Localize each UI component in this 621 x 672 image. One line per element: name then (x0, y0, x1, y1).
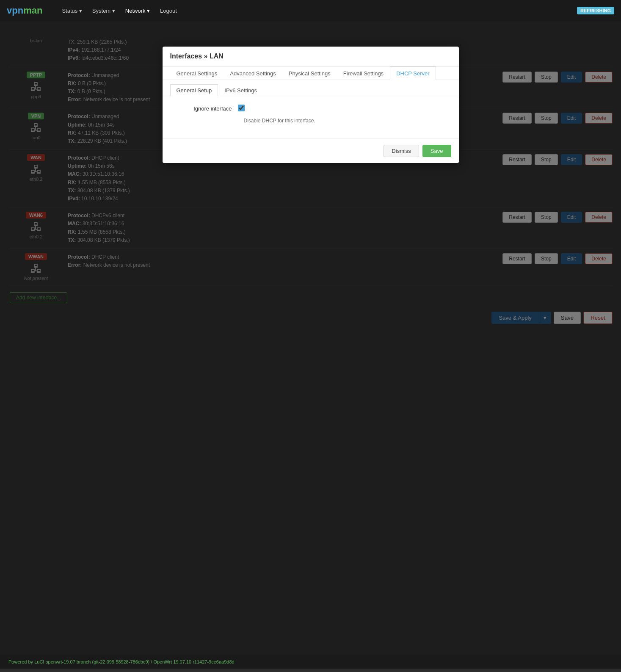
nav-network[interactable]: Network ▾ (124, 6, 151, 16)
tab-dhcp-server[interactable]: DHCP Server (390, 66, 436, 80)
ignore-interface-control (238, 105, 451, 113)
tab-firewall-settings[interactable]: Firewall Settings (337, 66, 390, 80)
logo-man: man (23, 5, 42, 16)
modal-dialog: Interfaces » LAN General Settings Advanc… (163, 47, 459, 163)
ignore-interface-row: Ignore interface (170, 105, 451, 113)
logo: vpnman (7, 5, 42, 16)
nav-items: Status ▾ System ▾ Network ▾ Logout (61, 6, 178, 16)
modal-tabs: General Settings Advanced Settings Physi… (163, 66, 459, 80)
modal-overlay: Interfaces » LAN General Settings Advanc… (0, 21, 621, 655)
ignore-interface-label: Ignore interface (170, 105, 238, 112)
modal-save-button[interactable]: Save (422, 145, 451, 157)
logo-vpn: vpn (7, 5, 23, 16)
navbar: vpnman Status ▾ System ▾ Network ▾ Logou… (0, 0, 621, 21)
modal-footer: Dismiss Save (163, 138, 459, 163)
ignore-interface-help: Disable DHCP for this interface. (244, 118, 451, 124)
refreshing-badge: REFRESHING (577, 7, 614, 14)
modal-body: Ignore interface Disable DHCP for this i… (163, 96, 459, 138)
modal-title: Interfaces » LAN (170, 53, 451, 60)
dismiss-button[interactable]: Dismiss (384, 145, 419, 157)
sub-tab-general-setup[interactable]: General Setup (170, 84, 218, 96)
tab-advanced-settings[interactable]: Advanced Settings (224, 66, 282, 80)
footer: Powered by LuCI openwrt-19.07 branch (gi… (0, 655, 621, 669)
tab-physical-settings[interactable]: Physical Settings (282, 66, 337, 80)
tab-general-settings[interactable]: General Settings (170, 66, 224, 80)
page-background: br-lan TX: 259.1 KB (2265 Pkts.) IPv4: 1… (0, 21, 621, 655)
nav-logout[interactable]: Logout (159, 6, 178, 16)
sub-tab-ipv6-settings[interactable]: IPv6 Settings (218, 84, 263, 96)
modal-sub-tabs: General Setup IPv6 Settings (163, 80, 459, 96)
nav-status[interactable]: Status ▾ (61, 6, 83, 16)
footer-text: Powered by LuCI openwrt-19.07 branch (gi… (8, 659, 235, 664)
nav-system[interactable]: System ▾ (91, 6, 116, 16)
ignore-interface-checkbox[interactable] (238, 105, 245, 111)
modal-header: Interfaces » LAN (163, 47, 459, 66)
